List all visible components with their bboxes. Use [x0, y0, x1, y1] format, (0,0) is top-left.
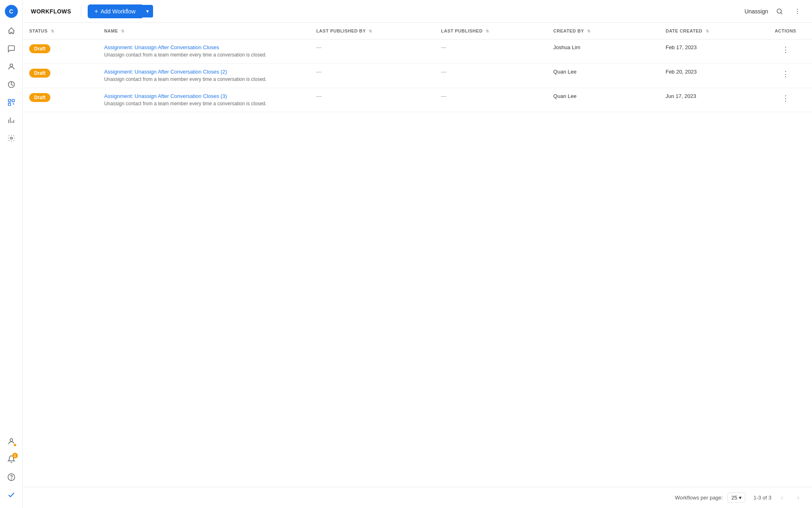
cell-last-pub-2: — — [434, 88, 547, 112]
svg-point-11 — [797, 11, 798, 11]
table-header-row: STATUS ⇅ NAME ⇅ LAST PUBLISHED BY ⇅ LAST… — [23, 23, 812, 39]
per-page-chevron: ▾ — [739, 495, 742, 501]
date-created-value-0: Feb 17, 2023 — [665, 44, 697, 50]
svg-rect-3 — [12, 100, 14, 102]
date-created-value-2: Jun 17, 2023 — [665, 93, 696, 99]
more-options-button[interactable] — [791, 5, 804, 18]
col-header-status[interactable]: STATUS ⇅ — [23, 23, 97, 39]
add-workflow-label: Add Workflow — [101, 8, 136, 15]
cell-date-created-0: Feb 17, 2023 — [659, 39, 759, 64]
col-header-last-published-by[interactable]: LAST PUBLISHED BY ⇅ — [310, 23, 434, 39]
col-header-actions: ACTIONS — [759, 23, 812, 39]
sidebar: C 1 — [0, 0, 23, 508]
svg-point-5 — [10, 137, 12, 139]
nav-home[interactable] — [3, 23, 19, 39]
row-actions-button-2[interactable]: ⋮ — [779, 93, 793, 104]
cell-name-2: Assignment: Unassign After Conversation … — [97, 88, 309, 112]
per-page-value: 25 — [731, 495, 737, 501]
sort-icon-last-pub-by: ⇅ — [369, 29, 372, 33]
cell-actions-2: ⋮ — [759, 88, 812, 112]
sort-icon-name: ⇅ — [121, 29, 125, 33]
svg-point-8 — [11, 479, 11, 479]
workflows-table: STATUS ⇅ NAME ⇅ LAST PUBLISHED BY ⇅ LAST… — [23, 23, 812, 112]
avatar[interactable]: C — [5, 5, 18, 18]
row-actions-button-0[interactable]: ⋮ — [779, 44, 793, 55]
row-actions-button-1[interactable]: ⋮ — [779, 69, 793, 79]
nav-notifications[interactable]: 1 — [3, 451, 19, 467]
add-workflow-button-group: + Add Workflow ▾ — [88, 4, 153, 18]
cell-last-pub-by-2: — — [310, 88, 434, 112]
col-header-name[interactable]: NAME ⇅ — [97, 23, 309, 39]
svg-point-9 — [777, 9, 782, 13]
unassign-label: Unassign — [745, 8, 768, 15]
nav-user-status[interactable] — [3, 433, 19, 449]
created-by-value-2: Quan Lee — [553, 93, 577, 99]
nav-help[interactable] — [3, 469, 19, 485]
cell-last-pub-1: — — [434, 63, 547, 88]
cell-status-0: Draft — [23, 39, 97, 64]
sort-icon-status: ⇅ — [51, 29, 54, 33]
workflow-desc-1: Unassign contact from a team member ever… — [104, 76, 303, 83]
cell-name-0: Assignment: Unassign After Conversation … — [97, 39, 309, 64]
cell-status-2: Draft — [23, 88, 97, 112]
status-dot — [13, 443, 17, 447]
col-header-date-created[interactable]: DATE CREATED ⇅ — [659, 23, 759, 39]
plus-icon: + — [94, 8, 98, 15]
table-row: Draft Assignment: Unassign After Convers… — [23, 63, 812, 88]
cell-status-1: Draft — [23, 63, 97, 88]
table-row: Draft Assignment: Unassign After Convers… — [23, 39, 812, 64]
svg-point-12 — [797, 13, 798, 14]
last-pub-value-0: — — [441, 44, 446, 50]
status-badge-2: Draft — [29, 93, 50, 102]
workflow-name-link-0[interactable]: Assignment: Unassign After Conversation … — [104, 44, 219, 50]
sort-icon-last-pub: ⇅ — [486, 29, 489, 33]
pagination-next-button[interactable] — [793, 492, 804, 504]
cell-created-by-0: Joshua Lim — [547, 39, 659, 64]
workflow-name-link-1[interactable]: Assignment: Unassign After Conversation … — [104, 69, 227, 75]
workflows-table-container: STATUS ⇅ NAME ⇅ LAST PUBLISHED BY ⇅ LAST… — [23, 23, 812, 487]
search-button[interactable] — [773, 5, 786, 18]
nav-contacts[interactable] — [3, 59, 19, 75]
created-by-value-0: Joshua Lim — [553, 44, 580, 50]
notification-badge: 1 — [12, 453, 18, 458]
svg-point-10 — [797, 9, 798, 9]
workflow-desc-2: Unassign contact from a team member ever… — [104, 100, 303, 107]
nav-reports[interactable] — [3, 76, 19, 93]
status-badge-1: Draft — [29, 69, 50, 78]
last-pub-by-value-0: — — [316, 44, 322, 50]
col-header-last-published[interactable]: LAST PUBLISHED ⇅ — [434, 23, 547, 39]
last-pub-value-2: — — [441, 93, 446, 99]
cell-created-by-1: Quan Lee — [547, 63, 659, 88]
nav-settings[interactable] — [3, 130, 19, 146]
col-header-created-by[interactable]: CREATED BY ⇅ — [547, 23, 659, 39]
workflow-desc-0: Unassign contact from a team member ever… — [104, 52, 303, 59]
cell-last-pub-0: — — [434, 39, 547, 64]
cell-last-pub-by-0: — — [310, 39, 434, 64]
add-workflow-dropdown-button[interactable]: ▾ — [142, 5, 153, 17]
table-footer: Workflows per page: 25 ▾ 1-3 of 3 — [23, 487, 812, 508]
cell-name-1: Assignment: Unassign After Conversation … — [97, 63, 309, 88]
add-workflow-main-button[interactable]: + Add Workflow — [88, 4, 142, 18]
created-by-value-1: Quan Lee — [553, 69, 577, 75]
table-body: Draft Assignment: Unassign After Convers… — [23, 39, 812, 112]
sort-icon-date-created: ⇅ — [706, 29, 709, 33]
workflow-name-link-2[interactable]: Assignment: Unassign After Conversation … — [104, 93, 227, 99]
topbar-divider — [81, 6, 81, 17]
per-page-label: Workflows per page: — [675, 495, 723, 501]
cell-last-pub-by-1: — — [310, 63, 434, 88]
cell-actions-1: ⋮ — [759, 63, 812, 88]
per-page-select[interactable]: 25 ▾ — [728, 493, 745, 503]
nav-analytics[interactable] — [3, 112, 19, 128]
topbar-right: Unassign — [745, 5, 804, 18]
pagination-prev-button[interactable] — [776, 492, 788, 504]
svg-rect-2 — [8, 100, 11, 102]
nav-workflows[interactable] — [3, 94, 19, 111]
svg-rect-4 — [8, 103, 11, 106]
nav-conversations[interactable] — [3, 41, 19, 57]
sidebar-bottom: 1 — [3, 433, 19, 503]
chevron-down-icon: ▾ — [146, 8, 149, 14]
topbar: WORKFLOWS + Add Workflow ▾ Unassign — [23, 0, 812, 23]
cell-actions-0: ⋮ — [759, 39, 812, 64]
nav-checkmark[interactable] — [3, 487, 19, 503]
last-pub-by-value-2: — — [316, 93, 322, 99]
